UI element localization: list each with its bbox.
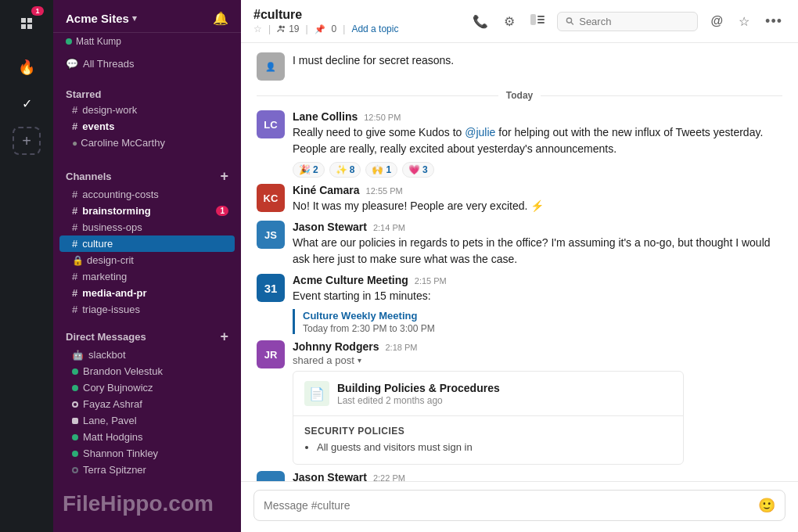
sidebar-item-media-and-pr[interactable]: # media-and-pr: [59, 285, 235, 301]
svg-point-1: [282, 26, 285, 28]
all-threads-item[interactable]: 💬 All Threads: [53, 53, 241, 74]
search-box[interactable]: [557, 12, 698, 31]
dm-dot-matt: [72, 434, 78, 440]
sidebar-item-brainstorming[interactable]: # brainstorming 1: [59, 203, 235, 219]
dm-dot-fayaz: [72, 401, 78, 408]
emoji-button[interactable]: 🙂: [758, 497, 775, 514]
star-header-icon[interactable]: ☆: [735, 11, 753, 32]
msg-content-kine: Kiné Camara 12:55 PM No! It was my pleas…: [293, 184, 782, 214]
svg-rect-4: [537, 19, 545, 20]
dm-item-brandon[interactable]: Brandon Velestuk: [59, 363, 235, 379]
brainstorming-badge: 1: [216, 206, 228, 216]
user-name-label: Matt Kump: [76, 36, 121, 47]
starred-item-2-label: Caroline McCarthy: [81, 137, 165, 149]
sidebar-toggle-icon[interactable]: [527, 11, 548, 31]
message-johnny: JR Johnny Rodgers 2:18 PM shared a post …: [241, 337, 798, 468]
star-icon[interactable]: ☆: [253, 23, 262, 34]
message-jason-2: JS Jason Stewart 2:22 PM Thanks Johnny!: [241, 468, 798, 481]
app-badge-1: 1: [31, 6, 44, 16]
day-label: Today: [506, 90, 533, 101]
app-icon-3[interactable]: ✓: [11, 88, 42, 119]
message-input-area: 🙂: [241, 481, 798, 532]
reactions-lane: 🎉2 ✨8 🙌1 💗3: [293, 162, 782, 178]
lane-mention[interactable]: @julie: [465, 126, 495, 138]
post-body-text: All guests and visitors must sign in: [304, 441, 672, 453]
starred-section: Starred # design-work # events ● Carolin…: [53, 74, 241, 154]
message-jason-1: JS Jason Stewart 2:14 PM What are our po…: [241, 217, 798, 271]
dm-item-fayaz[interactable]: Fayaz Ashraf: [59, 396, 235, 412]
channel-item-5: marketing: [82, 271, 127, 282]
sender-acme[interactable]: Acme Culture Meeting: [293, 274, 408, 286]
pre-day-content: I must decline for secret reasons.: [293, 52, 782, 69]
all-threads-label: All Threads: [83, 58, 135, 70]
msg-header-jason-1: Jason Stewart 2:14 PM: [293, 221, 782, 233]
dm-section-header[interactable]: Direct Messages +: [59, 327, 235, 347]
sender-jason-1[interactable]: Jason Stewart: [293, 221, 367, 233]
dm-2-label: Cory Bujnowicz: [83, 382, 153, 394]
sidebar-item-design-work[interactable]: # design-work: [59, 102, 235, 118]
add-channel-button[interactable]: +: [220, 168, 228, 185]
sender-jason-2[interactable]: Jason Stewart: [293, 471, 367, 481]
sidebar-item-accounting-costs[interactable]: # accounting-costs: [59, 186, 235, 203]
dm-item-matt[interactable]: Matt Hodgins: [59, 429, 235, 445]
shared-post-label: shared a post ▾: [293, 354, 782, 366]
channel-item-6: media-and-pr: [82, 287, 146, 299]
pre-day-avatar: 👤: [257, 52, 285, 81]
hash-icon: #: [72, 238, 77, 250]
dm-item-shannon[interactable]: Shannon Tinkley: [59, 445, 235, 462]
reaction-3[interactable]: 💗3: [402, 162, 434, 178]
more-icon[interactable]: •••: [762, 10, 785, 33]
sidebar-item-caroline[interactable]: ● Caroline McCarthy: [59, 135, 235, 151]
channels-section-label: Channels: [66, 171, 112, 182]
sidebar-item-events[interactable]: # events: [59, 118, 235, 135]
channel-item-4: design-crit: [87, 254, 134, 266]
dm-item-slackbot[interactable]: 🤖 slackbot: [59, 347, 235, 363]
dm-item-cory[interactable]: Cory Bujnowicz: [59, 379, 235, 396]
members-count[interactable]: 19: [277, 23, 299, 34]
dm-item-terra[interactable]: Terra Spitzner: [59, 462, 235, 478]
sidebar: Acme Sites ▾ 🔔 Matt Kump 💬 All Threads S…: [53, 0, 241, 532]
reaction-2[interactable]: 🙌1: [365, 162, 397, 178]
sidebar-item-culture[interactable]: # culture: [59, 235, 235, 252]
avatar-lane-collins: LC: [257, 110, 285, 138]
sender-johnny[interactable]: Johnny Rodgers: [293, 340, 379, 353]
sidebar-item-design-crit[interactable]: 🔒 design-crit: [59, 252, 235, 268]
sidebar-item-business-ops[interactable]: # business-ops: [59, 219, 235, 235]
event-title-link[interactable]: Culture Weekly Meeting: [303, 310, 417, 322]
starred-section-header[interactable]: Starred: [59, 87, 235, 102]
workspace-name[interactable]: Acme Sites ▾: [66, 12, 137, 25]
settings-icon[interactable]: ⚙: [501, 11, 518, 32]
reaction-1[interactable]: ✨8: [329, 162, 361, 178]
reaction-0[interactable]: 🎉2: [293, 162, 325, 178]
add-topic-link[interactable]: Add a topic: [351, 23, 398, 34]
add-workspace-button[interactable]: +: [13, 127, 41, 155]
sender-lane[interactable]: Lane Collins: [293, 110, 358, 123]
sidebar-item-marketing[interactable]: # marketing: [59, 268, 235, 285]
add-dm-button[interactable]: +: [220, 329, 228, 345]
event-text: Event starting in 15 minutes:: [293, 288, 782, 304]
message-input[interactable]: [264, 499, 752, 512]
channel-item-2: business-ops: [82, 221, 142, 233]
app-icon-2[interactable]: 🔥: [11, 52, 42, 83]
dm-4-label: Lane, Pavel: [83, 415, 137, 426]
dm-1-label: Brandon Velestuk: [83, 365, 163, 377]
svg-rect-3: [537, 16, 545, 17]
messages-area[interactable]: 👤 I must decline for secret reasons. Tod…: [241, 43, 798, 481]
phone-icon[interactable]: 📞: [469, 11, 491, 32]
sender-kine[interactable]: Kiné Camara: [293, 184, 360, 196]
app-icon-1[interactable]: 1: [11, 8, 42, 39]
search-input[interactable]: [579, 16, 689, 27]
dropdown-arrow-icon[interactable]: ▾: [358, 356, 361, 365]
at-icon[interactable]: @: [707, 11, 726, 31]
sidebar-item-triage-issues[interactable]: # triage-issues: [59, 301, 235, 318]
dm-item-lane-pavel[interactable]: Lane, Pavel: [59, 412, 235, 429]
avatar-jason-2: JS: [257, 471, 285, 481]
notification-bell-icon[interactable]: 🔔: [213, 11, 228, 26]
msg-header-lane: Lane Collins 12:50 PM: [293, 110, 782, 123]
starred-section-label: Starred: [66, 88, 102, 100]
user-status-dot: [66, 38, 72, 45]
channels-section-header[interactable]: Channels +: [59, 167, 235, 186]
post-card-header[interactable]: 📄 Building Policies & Procedures Last ed…: [293, 372, 683, 416]
post-info: Building Policies & Procedures Last edit…: [337, 382, 500, 406]
dm-dot-caroline: ●: [72, 138, 77, 149]
